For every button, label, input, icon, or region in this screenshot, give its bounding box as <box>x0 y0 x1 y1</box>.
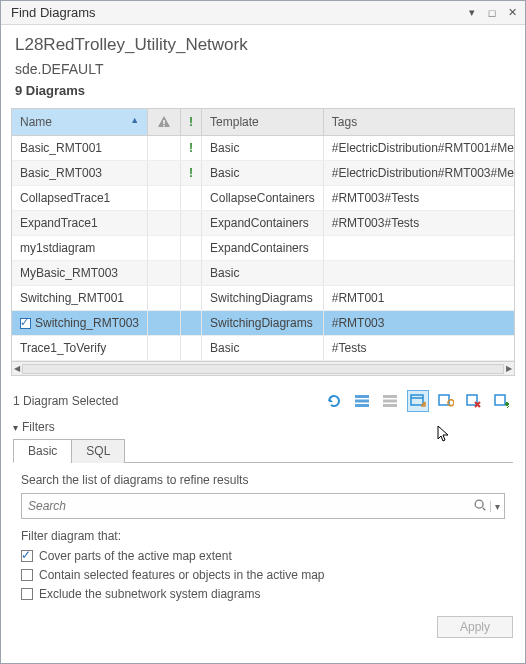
cell-tags: #RMT003#Tests <box>323 211 515 236</box>
status-icon: ! <box>189 115 193 129</box>
cell-tags <box>323 236 515 261</box>
toolbar <box>323 390 513 412</box>
cell-tags: #Tests <box>323 336 515 361</box>
column-warning[interactable] <box>148 109 181 136</box>
cell-status: ! <box>181 136 202 161</box>
tab-sql[interactable]: SQL <box>71 439 125 463</box>
svg-rect-8 <box>411 395 423 405</box>
cell-warning <box>148 286 181 311</box>
cell-warning <box>148 261 181 286</box>
filter-contain-selected[interactable]: Contain selected features or objects in … <box>21 568 505 582</box>
cell-tags <box>323 261 515 286</box>
cell-tags: #RMT001 <box>323 286 515 311</box>
titlebar: Find Diagrams ▾ □ ✕ <box>1 1 525 25</box>
table-row[interactable]: MyBasic_RMT003Basic <box>12 261 515 286</box>
delete-icon <box>466 393 482 409</box>
column-template[interactable]: Template <box>202 109 324 136</box>
cell-status <box>181 286 202 311</box>
refresh-button[interactable] <box>323 390 345 412</box>
scroll-track[interactable] <box>22 364 504 374</box>
select-none-button[interactable] <box>379 390 401 412</box>
cell-warning <box>148 186 181 211</box>
svg-rect-2 <box>355 395 369 398</box>
svg-rect-6 <box>383 400 397 403</box>
scroll-left-icon[interactable]: ◀ <box>14 364 20 373</box>
select-all-button[interactable] <box>351 390 373 412</box>
close-icon[interactable]: ✕ <box>505 6 519 20</box>
cell-warning <box>148 211 181 236</box>
cell-tags: #ElectricDistribution#RMT003#Medium Volt… <box>323 161 515 186</box>
search-menu-icon[interactable]: ▾ <box>490 501 504 512</box>
version-name: sde.DEFAULT <box>15 61 511 77</box>
cell-warning <box>148 336 181 361</box>
cell-tags: #RMT003#Tests <box>323 186 515 211</box>
svg-rect-11 <box>495 395 505 405</box>
cell-name: Basic_RMT003 <box>20 166 102 180</box>
cell-status: ! <box>181 161 202 186</box>
filter-exclude-subnetwork[interactable]: Exclude the subnetwork system diagrams <box>21 587 505 601</box>
network-name: L28RedTrolley_Utility_Network <box>15 35 511 55</box>
search-input[interactable] <box>22 494 470 518</box>
scroll-right-icon[interactable]: ▶ <box>506 364 512 373</box>
row-checkbox[interactable] <box>20 318 31 329</box>
update-diagram-button[interactable] <box>435 390 457 412</box>
checkbox-icon <box>21 588 33 600</box>
dock-toggle-icon[interactable]: ▾ <box>465 6 479 20</box>
cell-template: ExpandContainers <box>202 211 324 236</box>
column-tags[interactable]: Tags <box>323 109 515 136</box>
sort-asc-icon: ▲ <box>130 115 139 125</box>
table-row[interactable]: Switching_RMT003SwitchingDiagrams#RMT003 <box>12 311 515 336</box>
cell-name: Basic_RMT001 <box>20 141 102 155</box>
cell-template: Basic <box>202 161 324 186</box>
table-row[interactable]: Basic_RMT003!Basic#ElectricDistribution#… <box>12 161 515 186</box>
cell-tags: #RMT003 <box>323 311 515 336</box>
filters-toggle[interactable]: ▾ Filters <box>13 420 513 434</box>
table-row[interactable]: CollapsedTrace1CollapseContainers#RMT003… <box>12 186 515 211</box>
table-row[interactable]: Switching_RMT001SwitchingDiagrams#RMT001 <box>12 286 515 311</box>
table-row[interactable]: my1stdiagramExpandContainers <box>12 236 515 261</box>
cell-status <box>181 211 202 236</box>
column-name[interactable]: Name ▲ <box>12 109 148 136</box>
cell-name: CollapsedTrace1 <box>20 191 110 205</box>
cell-template: Basic <box>202 261 324 286</box>
filter-cover-extent[interactable]: Cover parts of the active map extent <box>21 549 505 563</box>
cell-template: SwitchingDiagrams <box>202 286 324 311</box>
search-label: Search the list of diagrams to refine re… <box>21 473 505 487</box>
filter-group-label: Filter diagram that: <box>21 529 505 543</box>
diagram-count: 9 Diagrams <box>15 83 511 98</box>
tab-basic[interactable]: Basic <box>13 439 72 463</box>
rows-all-icon <box>354 393 370 409</box>
cell-warning <box>148 311 181 336</box>
refresh-icon <box>326 393 342 409</box>
cell-status <box>181 186 202 211</box>
add-to-map-button[interactable] <box>491 390 513 412</box>
horizontal-scrollbar[interactable]: ◀ ▶ <box>12 361 514 375</box>
checkbox-icon <box>21 550 33 562</box>
table-row[interactable]: Trace1_ToVerifyBasic#Tests <box>12 336 515 361</box>
open-diagram-button[interactable] <box>407 390 429 412</box>
delete-diagram-button[interactable] <box>463 390 485 412</box>
cell-template: CollapseContainers <box>202 186 324 211</box>
cell-warning <box>148 236 181 261</box>
search-icon[interactable] <box>470 498 490 515</box>
update-icon <box>438 393 454 409</box>
maximize-icon[interactable]: □ <box>485 6 499 20</box>
selection-status: 1 Diagram Selected <box>13 394 118 408</box>
svg-rect-5 <box>383 395 397 398</box>
add-map-icon <box>494 393 510 409</box>
rows-none-icon <box>382 393 398 409</box>
svg-rect-0 <box>163 120 164 124</box>
cell-name: MyBasic_RMT003 <box>20 266 118 280</box>
window-title: Find Diagrams <box>11 5 96 20</box>
cell-name: my1stdiagram <box>20 241 95 255</box>
apply-button[interactable]: Apply <box>437 616 513 638</box>
cell-warning <box>148 161 181 186</box>
open-diagram-icon <box>410 393 426 409</box>
cell-status <box>181 236 202 261</box>
cell-name: ExpandTrace1 <box>20 216 98 230</box>
table-row[interactable]: ExpandTrace1ExpandContainers#RMT003#Test… <box>12 211 515 236</box>
table-row[interactable]: Basic_RMT001!Basic#ElectricDistribution#… <box>12 136 515 161</box>
cell-status <box>181 311 202 336</box>
column-status[interactable]: ! <box>181 109 202 136</box>
cell-warning <box>148 136 181 161</box>
